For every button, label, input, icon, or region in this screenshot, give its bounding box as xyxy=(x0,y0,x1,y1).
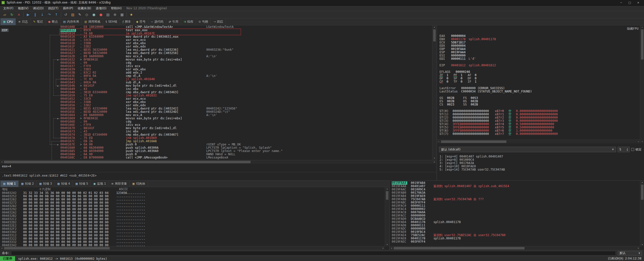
stack-row[interactable]: 0019FAC800070A0A xyxy=(390,211,509,214)
register-row[interactable]: EIP00401612splish.00401612 xyxy=(439,64,637,67)
scrollbar-thumb[interactable] xyxy=(433,29,436,41)
scroll-up-icon[interactable]: ▴ xyxy=(433,25,436,29)
maximize-button[interactable]: □ xyxy=(625,0,634,5)
close-button[interactable]: × xyxy=(634,0,642,5)
stack-row[interactable]: 0019FAE800401178splish.00401178 xyxy=(390,237,509,240)
scroll-down-icon[interactable]: ▾ xyxy=(385,243,389,246)
lock-checkbox[interactable]: 锁定 xyxy=(631,147,641,152)
last-status-row[interactable]: LastStatusC0000034 (STATUS_OBJECT_NAME_N… xyxy=(439,90,637,93)
menu-favourites[interactable]: 收藏夹(B) xyxy=(75,6,94,11)
menu-trace[interactable]: 跟踪(T) xyxy=(46,6,61,11)
stack-row[interactable]: 0019FAEC003F07F4 xyxy=(390,240,509,243)
segment-row[interactable]: GS002BFS0053 xyxy=(439,96,637,100)
breakpoint-button[interactable]: ● xyxy=(98,12,104,18)
hide-fpu-button[interactable]: 隐藏FPU xyxy=(627,27,638,31)
favourites-button[interactable]: ★ xyxy=(128,12,135,18)
stack-row[interactable]: 0019FAAC001009C4 xyxy=(390,188,509,191)
step-into-button[interactable]: ↓ xyxy=(39,12,46,18)
refresh-button[interactable]: ↺ xyxy=(62,12,69,18)
tab-log[interactable]: ≡ 日志 xyxy=(16,18,31,25)
scroll-left-icon[interactable]: ◂ xyxy=(390,246,393,250)
stack-row[interactable]: 0019FAA800401407返回到 splish.00401407 自 sp… xyxy=(390,185,509,188)
restart-button[interactable]: ↻ xyxy=(9,12,15,18)
register-row[interactable]: ESP0019FAA4 xyxy=(439,51,637,54)
scroll-right-icon[interactable]: ▸ xyxy=(637,140,640,143)
menu-debug[interactable]: 调试(D) xyxy=(31,6,46,11)
tab-locals[interactable]: ≡ 局部变量 xyxy=(109,181,130,187)
segment-row[interactable]: ES002BDS002B xyxy=(439,100,637,103)
scrollbar-thumb[interactable] xyxy=(394,247,525,249)
tab-watch-1[interactable]: ◉ 监视 1 xyxy=(91,181,109,187)
stack-hscrollbar[interactable]: ◂ ▸ xyxy=(390,246,640,250)
stack-row[interactable]: 0019FAB875C047AB返回到 user32.75C047AB 自 ??… xyxy=(390,198,509,201)
argument-count-stepper[interactable]: 5 ▲▼ xyxy=(618,147,630,152)
command-mode-select[interactable]: 默认 ▼ xyxy=(618,251,642,255)
calculator-button[interactable]: ▦ xyxy=(119,12,125,18)
registers-vscrollbar[interactable]: ▴ ▾ xyxy=(640,25,644,143)
menu-help[interactable]: 帮助(H) xyxy=(109,6,124,11)
register-row[interactable]: EBP0019FAA4 xyxy=(439,47,637,51)
menu-view[interactable]: 视图(V) xyxy=(16,6,31,11)
scrollbar-thumb[interactable] xyxy=(441,140,506,143)
disasm-vscrollbar[interactable]: ▴ ▾ xyxy=(432,25,436,160)
scroll-up-icon[interactable]: ▴ xyxy=(640,25,644,29)
comment-button[interactable]: ✎ xyxy=(76,12,83,18)
tab-struct[interactable]: ▣ 结构体 xyxy=(130,181,148,187)
tab-script[interactable]: ƒ 脚本 xyxy=(120,18,134,25)
command-input[interactable] xyxy=(11,251,616,255)
minimize-button[interactable]: ─ xyxy=(617,0,625,5)
label-button[interactable]: ◇ xyxy=(84,12,90,18)
disasm-hscrollbar[interactable]: ◂ ▸ xyxy=(0,160,436,164)
fpu-register-row[interactable]: ST(7)00000000000000000000x87r7空0.0000000… xyxy=(439,132,637,136)
open-file-button[interactable]: ▱ xyxy=(2,12,8,18)
scroll-up-icon[interactable]: ▴ xyxy=(385,187,389,191)
settings-button[interactable]: ⊕ xyxy=(112,12,118,18)
scrollbar-thumb[interactable] xyxy=(641,29,643,60)
stack-row[interactable]: 0019FABC003F07F4 xyxy=(390,201,509,204)
tab-dump-3[interactable]: ▦ 转储 3 xyxy=(37,181,55,187)
tab-threads[interactable]: ⇉ 线程 xyxy=(181,18,196,25)
execute-till-return-button[interactable]: ↑ xyxy=(53,12,60,18)
register-row[interactable]: EDI00000111L'đ' xyxy=(439,57,637,61)
tab-memory-map[interactable]: ▤ 内存布局 xyxy=(61,18,82,25)
register-row[interactable]: EBX00401178splish.00401178 xyxy=(439,38,637,41)
scroll-up-icon[interactable]: ▴ xyxy=(640,181,644,184)
register-row[interactable]: ECX5DB71B17 xyxy=(439,41,637,44)
tab-dump-5[interactable]: ▦ 转储 5 xyxy=(73,181,91,187)
tab-dump-4[interactable]: ▦ 转储 4 xyxy=(55,181,73,187)
scroll-right-icon[interactable]: ▸ xyxy=(433,160,436,164)
scrollbar-thumb[interactable] xyxy=(4,247,110,249)
segment-row[interactable]: CS0023SS002B xyxy=(439,103,637,106)
memory-map-button[interactable]: ▤ xyxy=(105,12,111,18)
pause-button[interactable]: ∥ xyxy=(32,12,38,18)
stack-row[interactable]: 0019FAD800000111 xyxy=(390,224,509,227)
scrollbar-thumb[interactable] xyxy=(4,161,251,163)
close-debuggee-button[interactable]: × xyxy=(16,12,22,18)
scrollbar-thumb[interactable] xyxy=(386,191,388,200)
tab-notes[interactable]: ✎ 笔记 xyxy=(31,18,46,25)
dump-vscrollbar[interactable]: ▴ ▾ xyxy=(385,187,389,246)
scrollbar-thumb[interactable] xyxy=(641,185,643,200)
scroll-down-icon[interactable]: ▾ xyxy=(640,140,644,143)
calling-convention-select[interactable]: 默认 (stdcall) ▼ xyxy=(439,147,616,152)
menu-options[interactable]: 选项(O) xyxy=(93,6,109,11)
disasm-row[interactable]: 0040168C.E8 B7000000call <JMP.&MessageBo… xyxy=(0,156,432,159)
scroll-right-icon[interactable]: ▸ xyxy=(381,246,385,250)
disassembly-view[interactable]: 0040160D.E8 18010000call <JMP.&GetWindow… xyxy=(0,25,432,160)
tab-dump-1[interactable]: ▦ 转储 1 xyxy=(1,181,19,187)
tab-handles[interactable]: ⊙ 句柄 xyxy=(196,18,211,25)
scroll-left-icon[interactable]: ◂ xyxy=(0,246,4,250)
flags-row[interactable]: CF0TF0IF1 xyxy=(439,80,637,83)
tab-seh[interactable]: § SEH链 xyxy=(103,18,120,25)
step-over-button[interactable]: ↷ xyxy=(46,12,53,18)
stack-row[interactable]: 0019FAC400000002 xyxy=(390,207,509,211)
menu-file[interactable]: 文件(F) xyxy=(1,6,16,11)
stack-vscrollbar[interactable]: ▴ ▾ xyxy=(640,181,644,246)
search-button[interactable]: ◉ xyxy=(91,12,97,18)
tab-references[interactable]: ⇄ 引用 xyxy=(166,18,181,25)
stack-row[interactable]: 0019FAC000000111 xyxy=(390,204,509,207)
dump-hscrollbar[interactable]: ◂ ▸ xyxy=(0,246,385,250)
patch-button[interactable]: ▨ xyxy=(69,12,76,18)
tab-breakpoints[interactable]: ● 断点 xyxy=(46,18,61,25)
tab-cpu[interactable]: ▣ CPU xyxy=(1,18,16,25)
